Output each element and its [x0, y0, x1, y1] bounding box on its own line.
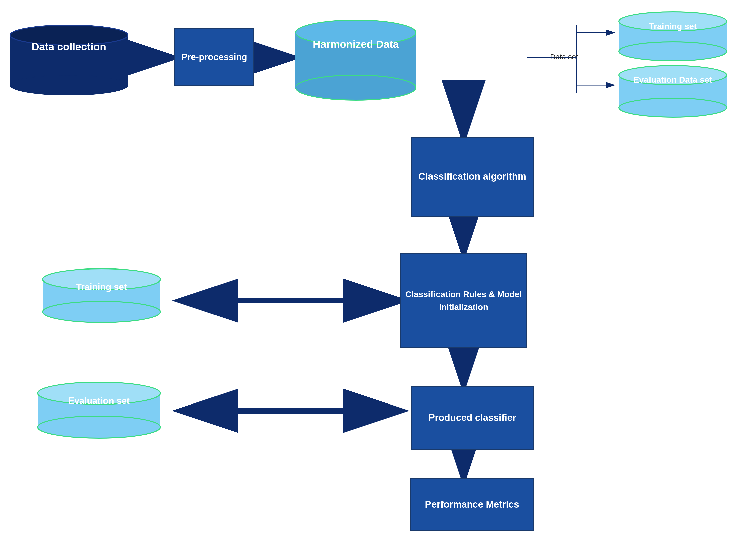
data-collection-node: Data collection — [8, 20, 130, 95]
dataset-text-label: Data set — [550, 52, 578, 61]
svg-point-29 — [619, 98, 727, 117]
harmonized-data-node: Harmonized Data — [293, 13, 418, 108]
classification-rules-box: Classification Rules & Model Initializat… — [400, 253, 528, 348]
svg-point-17 — [10, 75, 128, 95]
svg-point-21 — [296, 75, 416, 100]
svg-point-35 — [38, 416, 160, 438]
training-set-left-label: Training set — [40, 282, 163, 292]
data-collection-label: Data collection — [8, 40, 130, 54]
classification-algorithm-label: Classification algorithm — [418, 170, 527, 183]
harmonized-data-label: Harmonized Data — [293, 38, 418, 51]
training-set-left-node: Training set — [40, 266, 163, 326]
produced-classifier-label: Produced classifier — [429, 412, 516, 424]
training-set-top-label: Training set — [617, 21, 729, 31]
classification-rules-label: Classification Rules & Model Initializat… — [401, 288, 527, 313]
classification-algorithm-box: Classification algorithm — [411, 136, 534, 217]
diagram-container: Data collection Pre-processing Harmonize… — [0, 0, 756, 539]
performance-metrics-box: Performance Metrics — [410, 478, 534, 531]
evaluation-data-set-label: Evaluation Data set — [617, 74, 729, 86]
evaluation-set-left-label: Evaluation set — [35, 396, 163, 406]
evaluation-data-set-node: Evaluation Data set — [617, 61, 729, 121]
svg-point-32 — [42, 301, 160, 322]
pre-processing-box: Pre-processing — [174, 28, 254, 86]
pre-processing-label: Pre-processing — [181, 52, 247, 62]
performance-metrics-label: Performance Metrics — [425, 499, 519, 511]
produced-classifier-box: Produced classifier — [411, 386, 534, 450]
evaluation-set-left-node: Evaluation set — [35, 378, 163, 442]
training-set-top-node: Training set — [617, 8, 729, 63]
svg-point-26 — [619, 42, 727, 61]
